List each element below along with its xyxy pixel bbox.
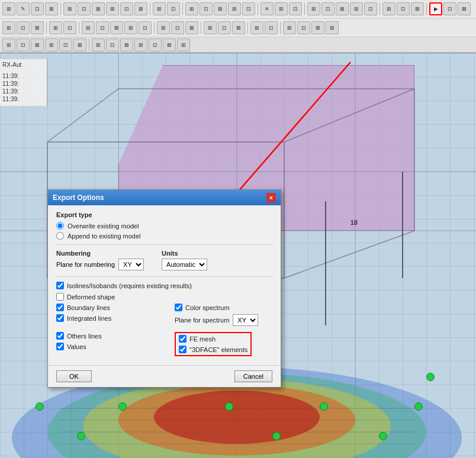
green-point-3 [225, 402, 233, 411]
toolbar-btn-22[interactable]: ⊡ [321, 2, 335, 15]
toolbar-btn-9[interactable]: ⊡ [120, 2, 133, 15]
toolbar-btn-export-active[interactable]: ▶ [429, 2, 442, 15]
toolbar-btn2-21[interactable]: ⊠ [311, 21, 324, 34]
toolbar-btn2-9[interactable]: ⊞ [124, 21, 137, 34]
toolbar-btn2-4[interactable]: ⊞ [49, 21, 62, 34]
toolbar-btn3-1[interactable]: ⊞ [2, 38, 15, 51]
color-spectrum-checkbox[interactable] [175, 304, 182, 311]
deformed-label: Deformed shape [67, 293, 115, 301]
toolbar-btn-3[interactable]: ⊡ [31, 2, 44, 15]
sep1 [60, 3, 61, 15]
isolines-checkbox[interactable] [56, 282, 64, 289]
toolbar-btn2-14[interactable]: ⊞ [204, 21, 217, 34]
toolbar-btn-4[interactable]: ⊠ [45, 2, 58, 15]
toolbar-btn-16[interactable]: ⊞ [228, 2, 241, 15]
toolbar-btn2-1[interactable]: ⊞ [2, 21, 15, 34]
toolbar-btn-23[interactable]: ⊠ [336, 2, 349, 15]
cancel-button[interactable]: Cancel [234, 370, 272, 382]
toolbar-btn-29[interactable]: ⊡ [443, 2, 456, 15]
units-select[interactable]: Automatic [162, 259, 207, 270]
ok-button[interactable]: OK [56, 370, 92, 382]
toolbar-btn2-20[interactable]: ⊡ [297, 21, 310, 34]
toolbar-btn-21[interactable]: ⊞ [307, 2, 320, 15]
dialog-title: Export Options [53, 193, 104, 202]
toolbar-btn-27[interactable]: ⊡ [397, 2, 410, 15]
toolbar-btn3-11[interactable]: ⊡ [149, 38, 162, 51]
toolbar-btn2-12[interactable]: ⊡ [171, 21, 184, 34]
toolbar-btn-26[interactable]: ⊞ [382, 2, 395, 15]
toolbar-btn2-10[interactable]: ⊡ [139, 21, 152, 34]
toolbar-btn2-3[interactable]: ⊠ [31, 21, 44, 34]
toolbar-btn-12[interactable]: ⊡ [167, 2, 180, 15]
toolbar-btn2-5[interactable]: ⊡ [63, 21, 76, 34]
divider-1 [56, 244, 272, 245]
toolbar-btn-19[interactable]: ⊞ [275, 2, 288, 15]
toolbar-btn-20[interactable]: ⊡ [289, 2, 302, 15]
toolbar-btn-15[interactable]: ⊠ [214, 2, 227, 15]
toolbar-btn-8[interactable]: ⊞ [106, 2, 119, 15]
fe-mesh-label: FE mesh [189, 336, 216, 343]
toolbar-btn2-18[interactable]: ⊡ [265, 21, 278, 34]
side-log-3: 11:39: [2, 88, 44, 95]
toolbar-btn3-3[interactable]: ⊠ [31, 38, 44, 51]
toolbar-btn3-12[interactable]: ⊠ [163, 38, 176, 51]
toolbar-btn-2[interactable]: ✎ [17, 2, 30, 15]
toolbar-btn-5[interactable]: ⊞ [63, 2, 76, 15]
overwrite-radio[interactable] [56, 222, 64, 230]
toolbar-btn-14[interactable]: ⊡ [200, 2, 213, 15]
green-point-6 [77, 432, 85, 440]
toolbar-btn-1[interactable]: ⊞ [2, 2, 15, 15]
toolbar-btn2-11[interactable]: ⊞ [157, 21, 170, 34]
boundary-checkbox[interactable] [56, 304, 64, 311]
toolbar-btn-10[interactable]: ⊠ [134, 2, 147, 15]
toolbar-btn3-9[interactable]: ⊠ [120, 38, 133, 51]
dialog-close-button[interactable]: × [266, 193, 276, 202]
toolbar-btn3-5[interactable]: ⊡ [59, 38, 72, 51]
append-radio[interactable] [56, 232, 64, 240]
toolbar-btn2-7[interactable]: ⊡ [96, 21, 109, 34]
toolbar-btn3-10[interactable]: ⊞ [134, 38, 147, 51]
numbering-group: Numbering Plane for numbering XY [56, 250, 144, 270]
toolbar-btn3-4[interactable]: ⊞ [45, 38, 58, 51]
toolbar-btn2-13[interactable]: ⊠ [185, 21, 198, 34]
toolbar-btn-17[interactable]: ⊡ [242, 2, 255, 15]
dialog-titlebar: Export Options × [48, 190, 281, 205]
toolbar-btn-13[interactable]: ⊞ [185, 2, 198, 15]
toolbar-btn3-2[interactable]: ⊡ [17, 38, 30, 51]
toolbar-btn2-8[interactable]: ⊠ [110, 21, 123, 34]
toolbar-btn2-15[interactable]: ⊡ [218, 21, 231, 34]
toolbar-btn3-6[interactable]: ⊠ [73, 38, 86, 51]
export-type-label: Export type [56, 211, 272, 218]
isolines-row: Isolines/Isobands (requires existing res… [56, 282, 272, 289]
fe-mesh-checkbox[interactable] [179, 335, 186, 343]
toolbar-btn-28[interactable]: ⊠ [411, 2, 424, 15]
toolbar-btn2-22[interactable]: ⊞ [326, 21, 339, 34]
toolbar-btn-25[interactable]: ⊡ [364, 2, 377, 15]
toolbar-btn-18[interactable]: ✕ [260, 2, 274, 15]
units-select-row: Automatic [162, 259, 207, 270]
sep7 [426, 3, 427, 15]
3dface-checkbox[interactable] [179, 346, 186, 353]
toolbar-btn-7[interactable]: ⊠ [92, 2, 105, 15]
toolbar-btn2-17[interactable]: ⊞ [250, 21, 263, 34]
others-checkbox[interactable] [56, 332, 64, 340]
toolbar-btn2-6[interactable]: ⊞ [82, 21, 95, 34]
integrated-checkbox[interactable] [56, 314, 64, 322]
toolbar-btn-24[interactable]: ⊞ [350, 2, 363, 15]
toolbar-btn3-13[interactable]: ⊞ [177, 38, 190, 51]
toolbar-btn2-19[interactable]: ⊞ [283, 21, 296, 34]
export-options-dialog: Export Options × Export type Overwrite e… [47, 189, 281, 388]
toolbar-btn-11[interactable]: ⊞ [153, 2, 166, 15]
toolbar-btn-30[interactable]: ⊠ [458, 2, 471, 15]
toolbar-btn3-8[interactable]: ⊡ [106, 38, 119, 51]
side-panel: RX-Aut 11:39: 11:39: 11:39: 11:39: [0, 59, 47, 106]
deformed-checkbox[interactable] [56, 293, 64, 301]
plane-spectrum-select[interactable]: XY [233, 314, 258, 326]
values-checkbox[interactable] [56, 343, 64, 350]
sep10 [154, 22, 155, 34]
toolbar-btn2-2[interactable]: ⊡ [17, 21, 30, 34]
toolbar-btn-6[interactable]: ⊡ [78, 2, 91, 15]
plane-numbering-select[interactable]: XY [118, 259, 144, 270]
toolbar-btn2-16[interactable]: ⊠ [232, 21, 245, 34]
toolbar-btn3-7[interactable]: ⊞ [92, 38, 105, 51]
